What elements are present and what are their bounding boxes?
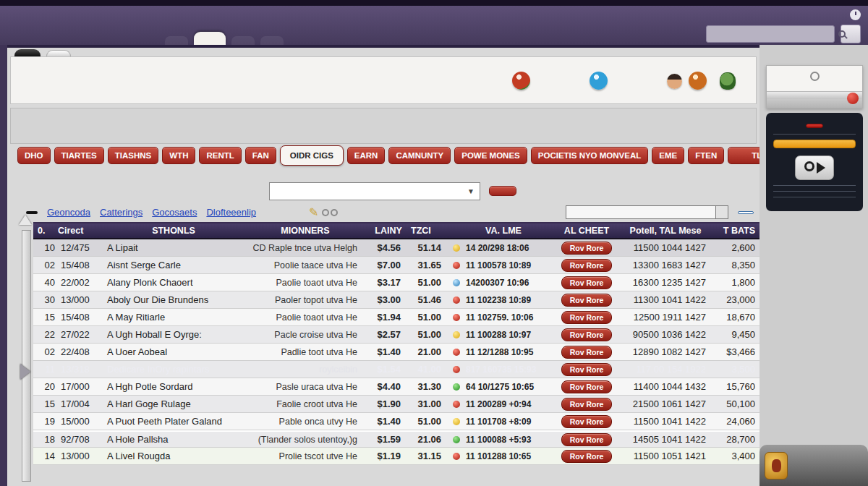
table-header-cell[interactable]: Cirect: [58, 226, 103, 236]
table-header-cell[interactable]: STHONLS: [103, 226, 244, 236]
row-action-button[interactable]: Rov Rore: [561, 276, 613, 289]
table-header-cell[interactable]: MIONNERS: [244, 226, 366, 236]
table-row[interactable]: 02 22/408 A Uoer Aobeal Padlie toot utva…: [33, 344, 760, 361]
notification-badge[interactable]: [847, 93, 859, 104]
cell-potell: 11300 1041 1422: [619, 294, 712, 305]
table-row[interactable]: 15 15/408 A May Ritiarle Paolie toaot ut…: [33, 309, 760, 326]
tab-sevet-size[interactable]: [14, 49, 41, 56]
rednav-button[interactable]: EARN: [347, 147, 386, 164]
rednav-button[interactable]: POWE MONES: [454, 147, 527, 164]
web-help-button[interactable]: [738, 211, 754, 214]
gasnselt-button[interactable]: [773, 140, 856, 148]
table-row[interactable]: 20 17/000 A Hgh Potle Sordard Pasle urac…: [33, 378, 760, 396]
cell-name[interactable]: A Puot Peeth Plater Galand: [103, 416, 244, 427]
rednav-button[interactable]: FAN: [245, 147, 276, 164]
glasses-icon[interactable]: [322, 209, 338, 216]
announce-button[interactable]: [795, 155, 834, 180]
cell-name[interactable]: Alany Plonk Chaoert: [103, 277, 244, 288]
rednav-button[interactable]: CAMNUNTY: [388, 147, 451, 164]
tab-name[interactable]: [46, 50, 71, 56]
benols-button[interactable]: [806, 124, 823, 128]
row-action-button[interactable]: Rov Rore: [561, 450, 613, 463]
cell-tzci: 31.00: [411, 398, 453, 409]
row-action-button[interactable]: Rov Rore: [561, 433, 613, 446]
cell-name[interactable]: A Uoer Aobeal: [103, 346, 244, 357]
cell-name[interactable]: A Ugh Hoball E Oyrge:: [103, 329, 244, 340]
row-action-button[interactable]: Rov Rore: [561, 328, 613, 341]
scroll-thumb-icon[interactable]: [19, 215, 32, 225]
row-action-button[interactable]: Rov Rore: [561, 380, 613, 393]
cell-lainy: $3.00: [366, 294, 411, 305]
vertical-scrollbar[interactable]: [22, 230, 31, 482]
promo-banner: [10, 56, 757, 104]
row-action-button[interactable]: Rov Rore: [561, 259, 613, 272]
cell-name[interactable]: Aisnt Serge Carle: [103, 260, 244, 270]
cell-name[interactable]: Dedicare InOry rapintars: [103, 364, 244, 375]
tab-times[interactable]: [260, 36, 284, 45]
toolbar-link[interactable]: Gocosaets: [152, 207, 197, 218]
table-row[interactable]: 18 92/708 A Hole Pallsha (Tlander solos …: [33, 430, 760, 448]
table-row[interactable]: 19 15/000 A Puot Peeth Plater Galand Pab…: [33, 413, 760, 430]
toolbar-link[interactable]: Catterings: [100, 207, 142, 218]
row-action-button[interactable]: Rov Rore: [561, 311, 613, 324]
cell-name[interactable]: A Livel Rougda: [103, 451, 244, 461]
table-header-cell[interactable]: LAINY: [366, 226, 411, 236]
table-row[interactable]: 22 27/022 A Ugh Hoball E Oyrge: Pacle cr…: [33, 326, 760, 344]
rednav-button[interactable]: OIDR CIGS: [280, 145, 344, 166]
table-header-cell[interactable]: Potell, TAL Mese: [619, 226, 712, 236]
table-header-cell[interactable]: 0.: [33, 226, 58, 236]
search-input[interactable]: [712, 29, 838, 40]
table-row[interactable]: 30 13/000 Aboly Our Die Brundens Paoler …: [33, 291, 760, 309]
table-row[interactable]: 02 15/408 Aisnt Serge Carle Poolie taace…: [33, 257, 760, 274]
table-toolbar: Geoncoda Catterings Gocosaets Dlofteeenl…: [7, 203, 760, 221]
foftiner-footer[interactable]: [760, 445, 868, 486]
cantdees-button[interactable]: [489, 186, 516, 196]
table-row[interactable]: 15 17/004 A Harl Goge Rulage Faolie croo…: [33, 396, 760, 413]
cell-va-lme: 11 102238 10:89: [453, 295, 554, 305]
rednav-button[interactable]: WTH: [162, 147, 195, 164]
row-action-button[interactable]: Rov Rore: [561, 294, 613, 307]
lok-badge[interactable]: [26, 211, 38, 214]
mini-select-arrow-icon[interactable]: [715, 206, 728, 218]
pencil-icon[interactable]: ✎: [309, 205, 318, 219]
row-action-button[interactable]: Rov Rore: [561, 415, 613, 428]
status-dot-icon: [453, 262, 460, 269]
tab-datting[interactable]: [231, 36, 255, 45]
table-row[interactable]: 14 13/000 A Livel Rougda Prolie tscot ut…: [33, 448, 760, 465]
cell-name[interactable]: A Hole Pallsha: [103, 434, 244, 445]
table-row[interactable]: 10 12/475 A Lipait CD Raple tnce utva He…: [33, 239, 760, 257]
cell-name[interactable]: A Hgh Potle Sordard: [103, 381, 244, 392]
row-action-button[interactable]: Rov Rore: [561, 242, 613, 255]
row-action-button[interactable]: Rov Rore: [561, 398, 613, 411]
table-header-cell[interactable]: TZCI: [411, 226, 453, 236]
rednav-button[interactable]: POCIETIS NYO MONVEAL: [531, 147, 649, 164]
row-action-button[interactable]: Rov Rore: [561, 363, 613, 376]
cell-name[interactable]: A May Ritiarle: [103, 312, 244, 323]
rednav-button[interactable]: RENTL: [199, 147, 241, 164]
rednav-button[interactable]: FTEN: [688, 147, 724, 164]
rednav-button[interactable]: EME: [652, 147, 684, 164]
search-box[interactable]: [706, 25, 835, 43]
remnrus-ribbon[interactable]: [766, 65, 863, 108]
market-table: 0. Cirect STHONLS MIONNERS LAINY TZCI VA…: [33, 222, 760, 465]
table-row[interactable]: 40 22/002 Alany Plonk Chaoert Paolie toa…: [33, 274, 760, 291]
rednav-button[interactable]: TIASHNS: [108, 147, 158, 164]
cell-name[interactable]: Aboly Our Die Brundens: [103, 294, 244, 305]
table-header-cell[interactable]: AL CHEET: [554, 226, 619, 236]
search-icon[interactable]: [838, 30, 846, 38]
toolbar-link[interactable]: Geoncoda: [47, 207, 90, 218]
rednav-button[interactable]: TIARTES: [54, 147, 104, 164]
rednav-button[interactable]: DHO: [17, 147, 51, 164]
cell-name[interactable]: A Harl Goge Rulage: [103, 398, 244, 409]
row-action-button[interactable]: Rov Rore: [561, 346, 613, 359]
cell-name[interactable]: A Lipait: [103, 242, 244, 253]
table-header-cell[interactable]: VA. LME: [453, 226, 554, 236]
tab-remnerwtys[interactable]: [165, 36, 188, 45]
table-header-cell[interactable]: T BATS: [712, 226, 760, 236]
status-dot-icon: [453, 366, 460, 373]
market-mini-select[interactable]: [566, 205, 728, 219]
toolbar-link[interactable]: Dlofteeenlip: [206, 207, 256, 218]
tab-daric-pyinfics[interactable]: [194, 32, 226, 45]
event-select[interactable]: ▼: [269, 182, 480, 200]
table-row[interactable]: 11 13/318 Dedicare InOry rapintars roylc…: [33, 361, 760, 378]
